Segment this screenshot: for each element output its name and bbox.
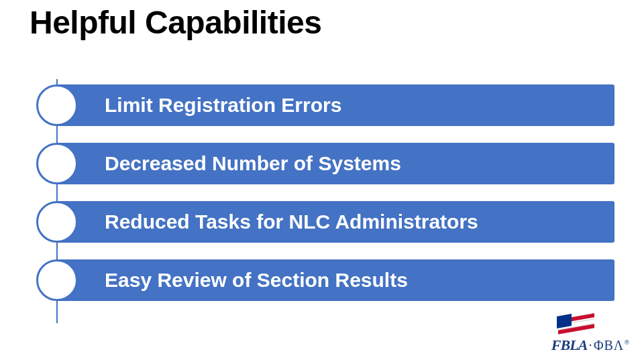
circle-bullet-icon	[36, 143, 78, 184]
list-item-bar: Decreased Number of Systems	[56, 143, 614, 184]
logo-text-pbl: ΦΒΛ	[594, 338, 624, 353]
list-item-bar: Reduced Tasks for NLC Administrators	[56, 201, 614, 243]
logo-text-fbla: FBLA	[551, 337, 587, 353]
circle-bullet-icon	[36, 84, 78, 126]
list-item: Decreased Number of Systems	[36, 143, 614, 184]
capabilities-list: Limit Registration Errors Decreased Numb…	[36, 84, 614, 318]
fbla-pbl-logo: FBLA·ΦΒΛ®	[529, 316, 629, 355]
list-item-bar: Easy Review of Section Results	[56, 259, 614, 301]
list-item-bar: Limit Registration Errors	[56, 84, 614, 126]
circle-bullet-icon	[36, 259, 78, 301]
circle-bullet-icon	[36, 201, 78, 243]
list-item-label: Decreased Number of Systems	[105, 152, 401, 175]
list-item-label: Reduced Tasks for NLC Administrators	[105, 210, 478, 233]
flag-icon	[558, 316, 594, 337]
list-item: Reduced Tasks for NLC Administrators	[36, 201, 614, 243]
list-item: Easy Review of Section Results	[36, 259, 614, 301]
list-item-label: Easy Review of Section Results	[105, 269, 408, 292]
list-item: Limit Registration Errors	[36, 84, 614, 126]
list-item-label: Limit Registration Errors	[105, 94, 341, 117]
logo-text: FBLA·ΦΒΛ®	[529, 337, 629, 354]
slide-title: Helpful Capabilities	[30, 4, 321, 41]
